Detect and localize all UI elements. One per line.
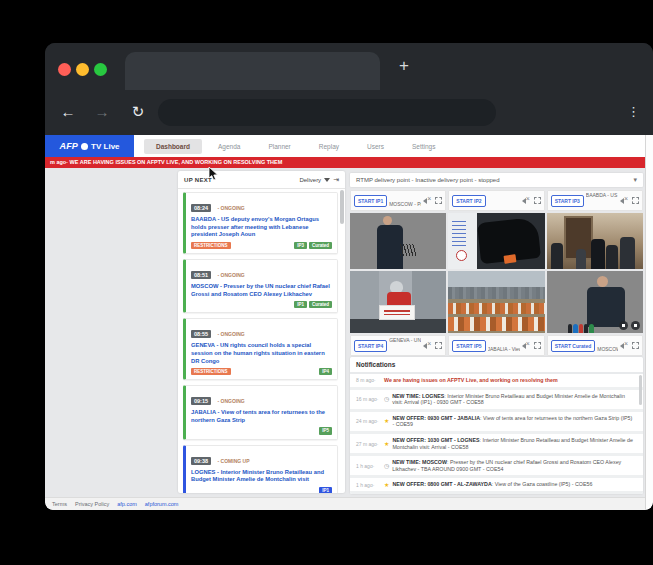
video-thumbnail-ip2[interactable] [448, 213, 544, 269]
afpforum-link[interactable]: afpforum.com [145, 501, 179, 507]
app-header: AFP TV Live Dashboard Agenda Planner Rep… [45, 135, 646, 157]
notification-row[interactable]: 24 m ago· ★ NEW OFFER: 0930 GMT - JABALI… [350, 412, 643, 434]
start-ip4-button[interactable]: START IP4 [354, 340, 387, 352]
start-curated-button[interactable]: START Curated [551, 340, 596, 352]
video-title: MOSCOW - Presser by t... [389, 201, 421, 207]
browser-menu-icon[interactable]: ⋮ [627, 100, 640, 124]
maximize-window-button[interactable] [94, 63, 107, 76]
notification-row[interactable]: 16 m ago· ◷ NEW TIME: LOGNES: Interior M… [350, 390, 643, 412]
delivery-label: Delivery [299, 177, 321, 183]
event-title[interactable]: BAABDA - US deputy envoy's Morgan Ortagu… [191, 216, 332, 239]
notification-row[interactable]: 1 h ago· ◷ NEW TIME: MOSCOW: Presser by … [350, 456, 643, 478]
notification-time: 1 h ago· [356, 463, 381, 469]
privacy-link[interactable]: Privacy Policy [75, 501, 109, 507]
notification-label: NEW OFFER: 0930 GMT - JABALIA [392, 415, 480, 421]
back-icon[interactable]: ← [57, 101, 79, 123]
rtmp-delivery-header[interactable]: ▾ RTMP delivery point - Inactive deliver… [350, 173, 643, 187]
mute-icon[interactable] [620, 342, 629, 350]
start-ip1-button[interactable]: START IP1 [354, 195, 387, 207]
terms-link[interactable]: Terms [52, 501, 67, 507]
notification-time: 24 m ago· [356, 418, 381, 424]
video-thumbnail-ip3[interactable] [547, 213, 643, 269]
list-item[interactable]: 08:55 - ONGOING GENEVA - UN rights counc… [183, 318, 338, 380]
main-nav: Dashboard Agenda Planner Replay Users Se… [144, 135, 448, 157]
video-control-ip4: START IP4 GENEVA - UN rights cou... REST… [350, 335, 446, 356]
browser-toolbar: ← → ↻ ⋮ [45, 90, 653, 135]
notification-label: NEW TIME: MOSCOW [392, 459, 447, 465]
list-item[interactable]: 08:24 - ONGOING BAABDA - US deputy envoy… [183, 192, 338, 254]
event-title[interactable]: MOSCOW - Presser by the UN nuclear chief… [191, 283, 332, 298]
video-thumbnail-curated[interactable] [547, 271, 643, 333]
fullscreen-icon[interactable] [632, 197, 639, 204]
tab-users[interactable]: Users [355, 139, 396, 154]
list-item[interactable]: 09:15 - ONGOING JABALIA - View of tents … [183, 385, 338, 439]
afp-com-link[interactable]: afp.com [117, 501, 137, 507]
fullscreen-icon[interactable] [632, 342, 639, 349]
event-time-badge: 08:24 [191, 204, 211, 212]
event-status: - ONGOING [218, 205, 245, 211]
delivery-badge: Curated [309, 242, 332, 249]
chevron-down-icon[interactable]: ▾ [633, 173, 637, 187]
star-icon: ★ [384, 441, 389, 447]
list-item[interactable]: 09:38 - COMING UP LOGNES - Interior Mini… [183, 445, 338, 493]
event-title[interactable]: JABALIA - View of tents area for returne… [191, 409, 332, 424]
mute-icon[interactable] [423, 197, 432, 205]
page-scrollbar[interactable] [645, 135, 653, 510]
collapse-panel-icon[interactable]: ⇥ [333, 176, 339, 183]
tab-settings[interactable]: Settings [400, 139, 448, 154]
video-title: JABALIA - View of tents ... [488, 346, 520, 352]
new-tab-button[interactable]: + [393, 55, 415, 77]
fullscreen-icon[interactable] [435, 197, 442, 204]
mute-icon[interactable] [423, 342, 432, 350]
fullscreen-icon[interactable] [435, 342, 442, 349]
start-ip2-button[interactable]: START IP2 [452, 195, 485, 207]
start-ip5-button[interactable]: START IP5 [452, 340, 485, 352]
reload-icon[interactable]: ↻ [127, 101, 149, 123]
delivery-badge: IP1 [294, 301, 307, 308]
notifications-title: Notifications [350, 357, 643, 374]
event-time-badge: 09:15 [191, 397, 211, 405]
logo-afp-text: AFP [59, 141, 78, 151]
event-title[interactable]: GENEVA - UN rights council holds a speci… [191, 342, 332, 365]
afp-tv-live-logo[interactable]: AFP TV Live [45, 135, 134, 157]
notification-text: : View of the Gaza coastline (IP5) - COE… [492, 481, 593, 487]
notification-row[interactable]: 27 m ago· ★ NEW OFFER: 1030 GMT - LOGNES… [350, 434, 643, 456]
up-next-scrollbar[interactable] [340, 190, 344, 224]
video-thumbnail-ip5[interactable] [448, 271, 544, 333]
mute-icon[interactable] [620, 197, 629, 205]
notification-row[interactable]: 1 h ago· ★ NEW OFFER: 0800 GMT - AL-ZAWA… [350, 478, 643, 494]
start-ip3-button[interactable]: START IP3 [551, 195, 584, 207]
close-window-button[interactable] [58, 63, 71, 76]
tab-agenda[interactable]: Agenda [206, 139, 252, 154]
mute-icon[interactable] [522, 342, 531, 350]
address-bar[interactable] [158, 99, 496, 126]
video-thumbnail-ip4[interactable] [350, 271, 446, 333]
clock-icon: ◷ [384, 396, 389, 402]
event-time-badge: 08:55 [191, 330, 211, 338]
filter-icon[interactable] [324, 178, 330, 182]
cast-icon [631, 321, 640, 330]
fullscreen-icon[interactable] [534, 197, 541, 204]
notification-text: We are having issues on AFPTV Live, and … [384, 377, 558, 384]
restrictions-badge: RESTRICTIONS [191, 242, 231, 249]
notifications-scrollbar[interactable] [639, 375, 642, 405]
fullscreen-icon[interactable] [534, 342, 541, 349]
event-status: - COMING UP [218, 458, 250, 464]
delivery-filter[interactable]: Delivery ⇥ [299, 176, 339, 183]
notification-row[interactable]: 8 m ago· We are having issues on AFPTV L… [350, 374, 643, 390]
list-item[interactable]: 08:51 - ONGOING MOSCOW - Presser by the … [183, 259, 338, 313]
tab-replay[interactable]: Replay [307, 139, 351, 154]
player-settings-icons[interactable] [619, 321, 640, 330]
event-time-badge: 08:51 [191, 271, 211, 279]
minimize-window-button[interactable] [76, 63, 89, 76]
video-control-ip2: START IP2 [448, 190, 544, 211]
tab-planner[interactable]: Planner [256, 139, 302, 154]
browser-tab[interactable] [125, 52, 380, 90]
notification-time: 16 m ago· [356, 396, 381, 402]
video-control-ip1: START IP1 MOSCOW - Presser by t... [350, 190, 446, 211]
video-thumbnail-ip1[interactable] [350, 213, 446, 269]
mute-icon[interactable] [522, 197, 531, 205]
event-title[interactable]: LOGNES - Interior Minister Bruno Retaill… [191, 469, 332, 484]
tab-dashboard[interactable]: Dashboard [144, 139, 202, 154]
up-next-list: 08:24 - ONGOING BAABDA - US deputy envoy… [178, 188, 345, 493]
